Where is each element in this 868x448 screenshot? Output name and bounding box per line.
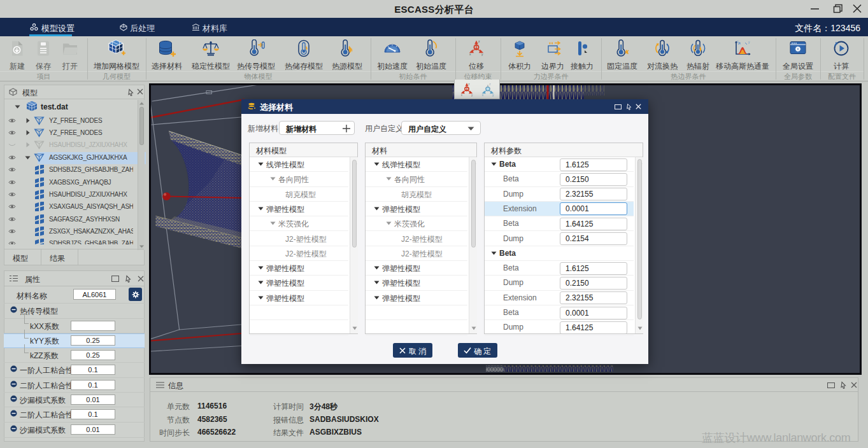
svg-text:y: y (748, 41, 750, 44)
svg-text:y: y (471, 94, 473, 97)
svg-text:x: x (461, 94, 463, 97)
svg-text:x: x (482, 94, 484, 97)
svg-text:y: y (492, 94, 494, 97)
svg-text:z: z (489, 83, 491, 86)
svg-text:z: z (468, 83, 470, 86)
svg-text:z: z (478, 39, 480, 43)
